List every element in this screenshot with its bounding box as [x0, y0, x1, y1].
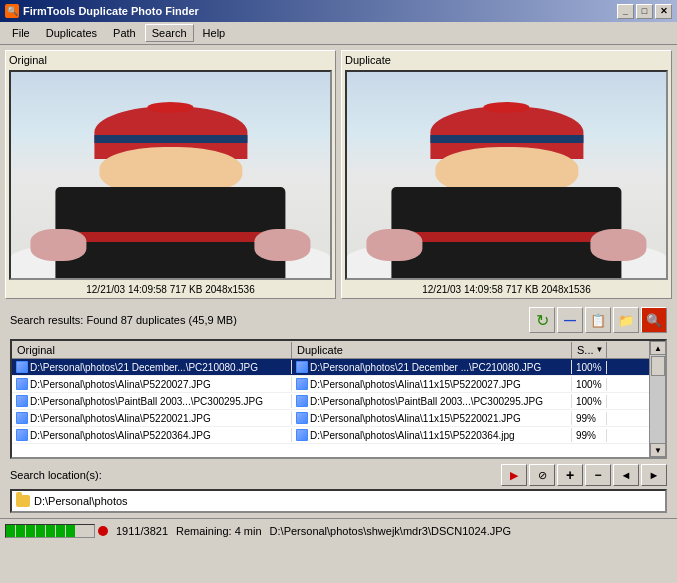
file-icon-3-orig: [16, 412, 28, 424]
play-icon: ▶: [510, 469, 518, 482]
menu-help[interactable]: Help: [196, 24, 233, 42]
file-icon-0-dup: [296, 361, 308, 373]
refresh-icon: ↻: [536, 311, 549, 330]
stop-button[interactable]: ⊘: [529, 464, 555, 486]
location-path-box: D:\Personal\photos: [10, 489, 667, 513]
add-location-button[interactable]: +: [557, 464, 583, 486]
stop-icon: ⊘: [538, 469, 547, 482]
progress-bar: [5, 524, 95, 538]
duplicate-panel: Duplicate: [341, 50, 672, 299]
duplicate-photo: [347, 72, 666, 278]
table-row[interactable]: D:\Personal\photos\Alina\P5220027.JPG D:…: [12, 376, 649, 393]
photo-panels-row: Original: [5, 50, 672, 299]
menu-file[interactable]: File: [5, 24, 37, 42]
menu-search[interactable]: Search: [145, 24, 194, 42]
progress-seg-6: [56, 525, 65, 537]
original-photo: [11, 72, 330, 278]
th-duplicate[interactable]: Duplicate: [292, 342, 572, 358]
scroll-up-button[interactable]: ▲: [650, 341, 666, 355]
file-icon-1-dup: [296, 378, 308, 390]
table-row[interactable]: D:\Personal\photos\21 December...\PC2100…: [12, 359, 649, 376]
td-s-0: 100%: [572, 361, 607, 374]
close-button[interactable]: ✕: [655, 4, 672, 19]
table-row[interactable]: D:\Personal\photos\PaintBall 2003...\PC3…: [12, 393, 649, 410]
window-title: FirmTools Duplicate Photo Finder: [23, 5, 199, 17]
status-counter: 1911/3821: [116, 525, 168, 537]
search-location-label: Search location(s):: [10, 469, 102, 481]
duplicate-photo-frame: [345, 70, 668, 280]
maximize-button[interactable]: □: [636, 4, 653, 19]
copy-button[interactable]: 📋: [585, 307, 611, 333]
td-original-0: D:\Personal\photos\21 December...\PC2100…: [12, 360, 292, 374]
results-table-container: Original Duplicate S... ▼ D:\Personal\ph…: [10, 339, 667, 459]
menu-bar: File Duplicates Path Search Help: [0, 22, 677, 45]
folder-icon: 📁: [618, 313, 634, 328]
play-button[interactable]: ▶: [501, 464, 527, 486]
remove-button[interactable]: —: [557, 307, 583, 333]
prev-location-button[interactable]: ◄: [613, 464, 639, 486]
td-original-3: D:\Personal\photos\Alina\P5220021.JPG: [12, 411, 292, 425]
menu-path[interactable]: Path: [106, 24, 143, 42]
file-icon-3-dup: [296, 412, 308, 424]
menu-duplicates[interactable]: Duplicates: [39, 24, 104, 42]
progress-bar-container: [5, 524, 108, 538]
th-original[interactable]: Original: [12, 342, 292, 358]
search-icon: 🔍: [646, 313, 662, 328]
original-panel-title: Original: [9, 54, 332, 66]
scroll-down-button[interactable]: ▼: [650, 443, 666, 457]
status-bar: 1911/3821 Remaining: 4 min D:\Personal\p…: [0, 518, 677, 542]
sort-icon: ▼: [596, 345, 604, 354]
minimize-button[interactable]: _: [617, 4, 634, 19]
td-original-4: D:\Personal\photos\Alina\P5220364.JPG: [12, 428, 292, 442]
file-icon-2-dup: [296, 395, 308, 407]
td-duplicate-0: D:\Personal\photos\21 December ...\PC210…: [292, 360, 572, 374]
remove-icon: −: [594, 468, 601, 482]
td-s-1: 100%: [572, 378, 607, 391]
scroll-thumb[interactable]: [651, 356, 665, 376]
td-s-2: 100%: [572, 395, 607, 408]
copy-icon: 📋: [590, 313, 606, 328]
folder-button[interactable]: 📁: [613, 307, 639, 333]
original-panel: Original: [5, 50, 336, 299]
folder-icon: [16, 495, 30, 507]
prev-icon: ◄: [621, 469, 632, 481]
scroll-v-track[interactable]: [650, 355, 665, 443]
progress-seg-4: [36, 525, 45, 537]
progress-seg-7: [66, 525, 75, 537]
file-icon-1-orig: [16, 378, 28, 390]
search-button[interactable]: 🔍: [641, 307, 667, 333]
add-icon: +: [566, 467, 574, 483]
original-photo-info: 12/21/03 14:09:58 717 KB 2048x1536: [9, 284, 332, 295]
duplicate-panel-title: Duplicate: [345, 54, 668, 66]
progress-seg-5: [46, 525, 55, 537]
table-row[interactable]: D:\Personal\photos\Alina\P5220364.JPG D:…: [12, 427, 649, 444]
table-row[interactable]: D:\Personal\photos\Alina\P5220021.JPG D:…: [12, 410, 649, 427]
minus-icon: —: [564, 313, 576, 327]
search-results-text: Search results: Found 87 duplicates (45,…: [10, 314, 237, 326]
td-original-1: D:\Personal\photos\Alina\P5220027.JPG: [12, 377, 292, 391]
toolbar-buttons: ↻ — 📋 📁 🔍: [529, 307, 667, 333]
td-duplicate-1: D:\Personal\photos\Alina\11x15\P5220027.…: [292, 377, 572, 391]
results-table: Original Duplicate S... ▼ D:\Personal\ph…: [12, 341, 649, 457]
vertical-scrollbar: ▲ ▼: [649, 341, 665, 457]
status-indicator: [98, 526, 108, 536]
next-icon: ►: [649, 469, 660, 481]
status-current-file: D:\Personal\photos\shwejk\mdr3\DSCN1024.…: [270, 525, 512, 537]
progress-seg-2: [16, 525, 25, 537]
file-icon-0-orig: [16, 361, 28, 373]
progress-seg-3: [26, 525, 35, 537]
td-original-2: D:\Personal\photos\PaintBall 2003...\PC3…: [12, 394, 292, 408]
remove-location-button[interactable]: −: [585, 464, 611, 486]
file-icon-4-dup: [296, 429, 308, 441]
th-similarity[interactable]: S... ▼: [572, 342, 607, 358]
next-location-button[interactable]: ►: [641, 464, 667, 486]
original-photo-frame: [9, 70, 332, 280]
refresh-button[interactable]: ↻: [529, 307, 555, 333]
status-remaining: Remaining: 4 min: [176, 525, 262, 537]
td-duplicate-3: D:\Personal\photos\Alina\11x15\P5220021.…: [292, 411, 572, 425]
title-bar: 🔍 FirmTools Duplicate Photo Finder _ □ ✕: [0, 0, 677, 22]
bottom-section: Search location(s): ▶ ⊘ + − ◄ ►: [5, 464, 672, 513]
search-results-bar: Search results: Found 87 duplicates (45,…: [5, 304, 672, 336]
app-icon: 🔍: [5, 4, 19, 18]
progress-seg-1: [6, 525, 15, 537]
